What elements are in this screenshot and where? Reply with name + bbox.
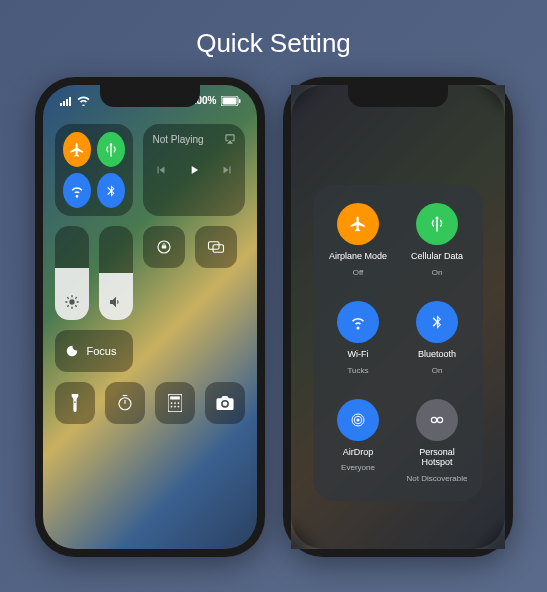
cellular-data-toggle[interactable] — [416, 203, 458, 245]
airplane-status: Off — [353, 268, 364, 277]
antenna-icon — [428, 215, 446, 233]
bluetooth-icon — [429, 314, 445, 330]
signal-icon — [59, 96, 73, 106]
svg-point-6 — [69, 299, 74, 304]
svg-point-23 — [170, 406, 172, 408]
flashlight-icon — [70, 394, 80, 412]
previous-icon[interactable] — [153, 163, 169, 177]
svg-rect-2 — [239, 99, 241, 103]
svg-point-30 — [437, 417, 442, 422]
rotation-lock-button[interactable] — [143, 226, 185, 268]
antenna-icon — [103, 142, 119, 158]
hotspot-status: Not Discoverable — [407, 474, 468, 483]
play-icon[interactable] — [187, 163, 201, 177]
airplane-label: Airplane Mode — [329, 251, 387, 262]
focus-icon — [65, 344, 79, 358]
airdrop-status: Everyone — [341, 463, 375, 472]
wifi-status-icon — [77, 96, 90, 106]
camera-button[interactable] — [205, 382, 245, 424]
calculator-icon — [168, 394, 182, 412]
page-title: Quick Setting — [0, 0, 547, 59]
airplay-icon[interactable] — [223, 132, 237, 146]
airplane-icon — [69, 142, 85, 158]
hotspot-icon — [428, 411, 446, 429]
wifi-item[interactable]: Wi-Fi Tucks — [325, 301, 392, 375]
wifi-icon — [349, 313, 367, 331]
svg-point-20 — [170, 402, 172, 404]
airdrop-item[interactable]: AirDrop Everyone — [325, 399, 392, 484]
hotspot-label: Personal Hotspot — [404, 447, 471, 469]
phone-mockup-left: 100% — [35, 77, 265, 557]
wifi-toggle[interactable] — [337, 301, 379, 343]
volume-icon — [108, 294, 124, 310]
screen-mirroring-button[interactable] — [195, 226, 237, 268]
airplane-mode-toggle[interactable] — [337, 203, 379, 245]
svg-point-29 — [431, 417, 436, 422]
screen-mirroring-icon — [207, 240, 225, 254]
svg-point-21 — [174, 402, 176, 404]
calculator-button[interactable] — [155, 382, 195, 424]
hotspot-item[interactable]: Personal Hotspot Not Discoverable — [404, 399, 471, 484]
bluetooth-item[interactable]: Bluetooth On — [404, 301, 471, 375]
notch — [348, 85, 448, 107]
phone-mockup-right: Airplane Mode Off Cellular Data On Wi-Fi… — [283, 77, 513, 557]
bluetooth-label: Bluetooth — [418, 349, 456, 360]
svg-point-26 — [357, 418, 360, 421]
next-icon[interactable] — [219, 163, 235, 177]
connectivity-tile[interactable] — [55, 124, 133, 216]
airdrop-label: AirDrop — [343, 447, 374, 458]
wifi-label: Wi-Fi — [348, 349, 369, 360]
bluetooth-toggle[interactable] — [416, 301, 458, 343]
svg-line-11 — [67, 297, 68, 298]
focus-label: Focus — [87, 345, 117, 357]
media-tile[interactable]: Not Playing — [143, 124, 245, 216]
cellular-status: On — [432, 268, 443, 277]
cellular-label: Cellular Data — [411, 251, 463, 262]
airplane-icon — [349, 215, 367, 233]
timer-button[interactable] — [105, 382, 145, 424]
focus-button[interactable]: Focus — [55, 330, 133, 372]
wifi-button[interactable] — [63, 173, 91, 208]
svg-point-24 — [174, 406, 176, 408]
svg-point-22 — [177, 402, 179, 404]
airdrop-toggle[interactable] — [337, 399, 379, 441]
svg-line-14 — [75, 297, 76, 298]
battery-icon — [221, 96, 241, 106]
rotation-lock-icon — [155, 238, 173, 256]
airdrop-icon — [349, 411, 367, 429]
svg-rect-1 — [222, 97, 236, 104]
cellular-data-item[interactable]: Cellular Data On — [404, 203, 471, 277]
wifi-icon — [69, 183, 85, 199]
airplane-mode-item[interactable]: Airplane Mode Off — [325, 203, 392, 277]
bluetooth-status: On — [432, 366, 443, 375]
brightness-slider[interactable] — [55, 226, 89, 320]
brightness-icon — [64, 294, 80, 310]
svg-rect-19 — [170, 396, 180, 399]
connectivity-expanded-panel: Airplane Mode Off Cellular Data On Wi-Fi… — [313, 185, 483, 501]
bluetooth-button[interactable] — [97, 173, 125, 208]
timer-icon — [116, 394, 134, 412]
notch — [100, 85, 200, 107]
wifi-status: Tucks — [347, 366, 368, 375]
hotspot-toggle[interactable] — [416, 399, 458, 441]
volume-slider[interactable] — [99, 226, 133, 320]
cellular-data-button[interactable] — [97, 132, 125, 167]
svg-line-12 — [75, 305, 76, 306]
svg-line-13 — [67, 305, 68, 306]
bluetooth-icon — [104, 184, 118, 198]
airplane-mode-button[interactable] — [63, 132, 91, 167]
flashlight-button[interactable] — [55, 382, 95, 424]
svg-point-25 — [177, 406, 179, 408]
camera-icon — [216, 396, 234, 410]
